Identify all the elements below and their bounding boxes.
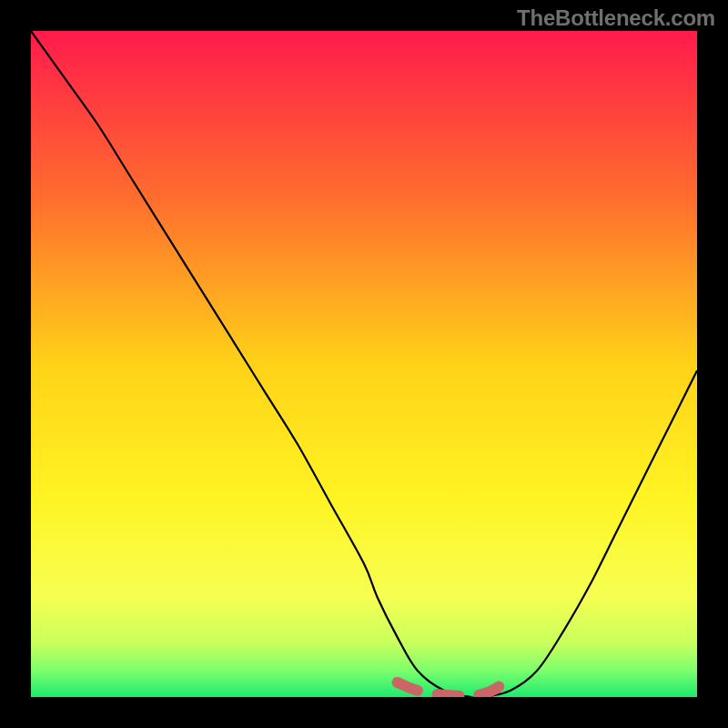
watermark-text: TheBottleneck.com — [517, 5, 715, 31]
plot-area — [31, 31, 697, 697]
chart-frame: TheBottleneck.com — [0, 0, 728, 728]
chart-svg — [31, 31, 697, 697]
gradient-background — [31, 31, 697, 697]
